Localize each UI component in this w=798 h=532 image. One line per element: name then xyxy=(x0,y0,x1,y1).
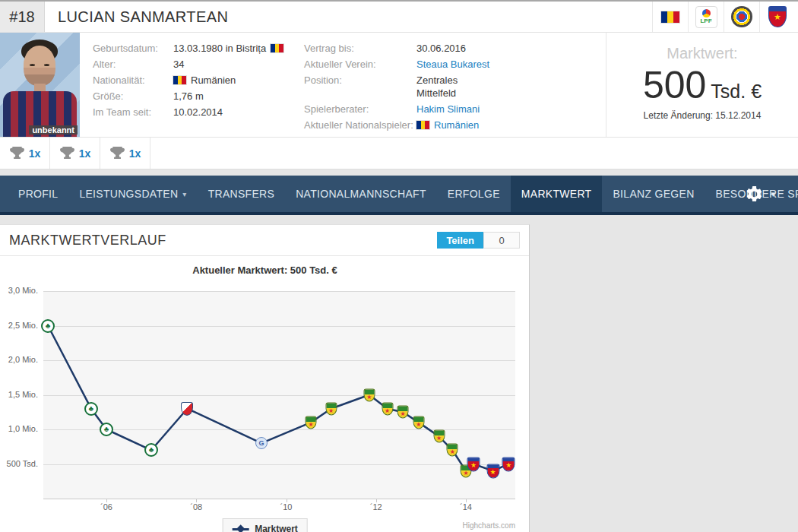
trophy-cell-1[interactable]: 1x xyxy=(0,138,50,169)
gear-icon xyxy=(745,185,764,204)
nav-item-leistungsdaten[interactable]: LEISTUNGSDATEN▾ xyxy=(68,176,197,212)
info-row: Größe:1,76 m xyxy=(93,90,283,103)
header-badges: LPF★ xyxy=(652,2,798,32)
info-label: Nationalität: xyxy=(93,74,173,87)
photo-eye xyxy=(30,64,35,66)
nav-item-marktwert[interactable]: MARKTWERT xyxy=(511,176,603,212)
nav-item-erfolge[interactable]: ERFOLGE xyxy=(437,176,511,212)
marker-gloria-crest[interactable]: G xyxy=(255,437,268,449)
info-value: 10.02.2014 xyxy=(173,106,223,119)
marker-panathinaikos-crest[interactable]: ♣ xyxy=(100,423,113,436)
star-icon: ★ xyxy=(774,13,781,21)
star-icon: ★ xyxy=(401,411,406,417)
star-icon: ★ xyxy=(328,407,334,413)
trophy-count: 1x xyxy=(29,147,41,160)
marker-panathinaikos-crest[interactable]: ♣ xyxy=(41,319,55,333)
star-icon: ★ xyxy=(416,421,421,427)
romania-flag-icon xyxy=(416,121,429,129)
info-label: Vertrag bis: xyxy=(304,42,416,55)
chart-credit[interactable]: Highcharts.com xyxy=(463,521,515,530)
chevron-down-icon: ▾ xyxy=(771,189,775,199)
chart-legend[interactable]: Marktwert xyxy=(222,518,308,532)
trophy-count: 1x xyxy=(79,147,91,160)
chevron-down-icon: ▾ xyxy=(182,190,186,198)
ball-icon xyxy=(702,9,711,17)
steaua-crest-cell[interactable]: ★ xyxy=(759,2,795,32)
romania-flag-cell[interactable] xyxy=(652,2,688,32)
info-row: Im Team seit:10.02.2014 xyxy=(93,106,283,119)
main-nav: PROFILLEISTUNGSDATEN▾TRANSFERSNATIONALMA… xyxy=(0,176,798,215)
trophy-icon xyxy=(109,146,125,160)
player-info-section: unbekannt Geburtsdatum:13.03.1980 in Bis… xyxy=(0,33,798,138)
info-label: Spielerberater: xyxy=(304,103,416,116)
trophy-cell-3[interactable]: 1x xyxy=(100,138,150,169)
share-count[interactable]: 0 xyxy=(483,232,520,249)
card-header: MARKTWERTVERLAUF Teilen 0 xyxy=(0,225,529,256)
star-icon: ★ xyxy=(489,469,496,476)
frf-logo-icon xyxy=(731,6,752,27)
star-icon: ★ xyxy=(450,449,455,455)
photo-eye xyxy=(44,64,49,66)
player-photo: unbekannt xyxy=(0,33,80,137)
trophy-icon xyxy=(59,146,75,160)
trophy-count: 1x xyxy=(129,147,141,160)
marktwert-line xyxy=(0,256,530,532)
section-title: MARKTWERTVERLAUF xyxy=(9,225,166,255)
info-label: Größe: xyxy=(93,90,173,103)
info-row: Vertrag bis:30.06.2016 xyxy=(304,42,489,55)
nav-item-label: TRANSFERS xyxy=(208,188,275,200)
info-value: 34 xyxy=(173,58,184,71)
share-widget: Teilen 0 xyxy=(437,232,520,249)
nav-item-label: BILANZ GEGEN xyxy=(613,188,694,200)
nav-item-nationalmannschaft[interactable]: NATIONALMANNSCHAFT xyxy=(285,176,437,212)
star-icon: ★ xyxy=(385,407,390,413)
nav-items: PROFILLEISTUNGSDATEN▾TRANSFERSNATIONALMA… xyxy=(0,176,798,212)
info-label: Aktueller Nationalspieler: xyxy=(304,119,416,131)
info-value: Zentrales Mittelfeld xyxy=(416,74,489,100)
romania-flag-icon xyxy=(173,76,186,84)
market-value: 500Tsd. € xyxy=(606,63,798,107)
info-value: Rumänien xyxy=(173,74,236,87)
trophy-row: 1x1x1x xyxy=(0,138,798,169)
share-button[interactable]: Teilen xyxy=(437,232,483,249)
nav-item-transfers[interactable]: TRANSFERS xyxy=(198,176,286,212)
lpf-logo-cell[interactable]: LPF xyxy=(688,2,724,32)
lpf-logo-icon: LPF xyxy=(695,6,717,28)
market-value-title: Marktwert: xyxy=(606,45,798,62)
trophy-cell-2[interactable]: 1x xyxy=(50,138,100,169)
nav-item-label: ERFOLGE xyxy=(448,188,500,200)
settings-menu[interactable]: ▾ xyxy=(745,176,775,212)
nav-item-label: NATIONALMANNSCHAFT xyxy=(296,188,426,200)
frf-logo-cell[interactable] xyxy=(724,2,759,32)
nav-item-profil[interactable]: PROFIL xyxy=(8,176,68,212)
info-value: 30.06.2016 xyxy=(416,42,466,55)
info-value[interactable]: Hakim Slimani xyxy=(416,103,480,116)
info-label: Position: xyxy=(304,74,416,100)
info-row: Aktueller Nationalspieler:Rumänien xyxy=(304,119,489,131)
nav-item-label: MARKTWERT xyxy=(521,188,592,200)
info-value: 1,76 m xyxy=(173,90,204,103)
star-icon: ★ xyxy=(470,462,477,469)
trophy-icon xyxy=(9,146,25,160)
legend-label: Marktwert xyxy=(255,524,298,532)
market-value-box: Marktwert: 500Tsd. € Letzte Änderung: 15… xyxy=(606,33,798,137)
info-row: Aktueller Verein:Steaua Bukarest xyxy=(304,58,489,71)
page-title: LUCIAN SANMARTEAN xyxy=(58,2,228,32)
info-value: 13.03.1980 in Bistrița xyxy=(173,42,283,55)
market-value-unit: Tsd. € xyxy=(711,81,762,102)
nav-item-bilanz-gegen[interactable]: BILANZ GEGEN xyxy=(602,176,705,212)
star-icon: ★ xyxy=(436,435,442,442)
star-icon: ★ xyxy=(366,394,372,400)
marker-panathinaikos-crest[interactable]: ♣ xyxy=(144,443,158,457)
nav-item-label: PROFIL xyxy=(18,188,58,200)
market-value-number: 500 xyxy=(643,64,706,106)
info-value[interactable]: Steaua Bukarest xyxy=(416,58,489,71)
legend-marker-icon xyxy=(232,528,249,530)
player-profile-page: #18 LUCIAN SANMARTEAN LPF★ unbekannt Geb… xyxy=(0,0,798,532)
market-value-chart: Aktueller Marktwert: 500 Tsd. € Marktwer… xyxy=(0,256,530,532)
info-label: Aktueller Verein: xyxy=(304,58,416,71)
info-value[interactable]: Rumänien xyxy=(416,119,479,131)
nav-item-label: LEISTUNGSDATEN xyxy=(79,188,178,200)
marker-panathinaikos-crest[interactable]: ♣ xyxy=(84,402,98,416)
info-row: Nationalität:Rumänien xyxy=(93,74,283,87)
